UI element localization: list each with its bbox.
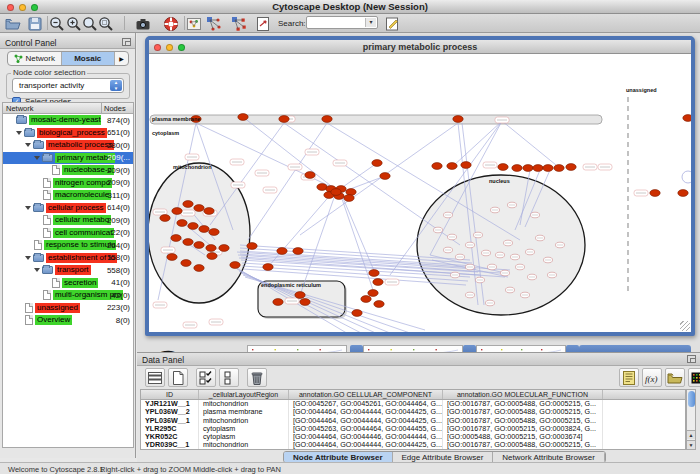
network-node[interactable] <box>181 260 191 267</box>
save-icon[interactable] <box>26 15 44 32</box>
tree-row-metabolic-process[interactable]: metabolic process280(0) <box>3 139 133 152</box>
table-cell[interactable] <box>603 425 686 433</box>
tree-row-nucleobase-c[interactable]: nucleobase-c209(0) <box>3 164 133 177</box>
scroll-up-icon[interactable]: ▲ <box>687 430 695 439</box>
network-node[interactable] <box>293 248 303 255</box>
network-graph[interactable]: plasma membranecytoplasmmitochondrionnuc… <box>149 55 691 332</box>
attribute-list-icon[interactable] <box>619 368 639 387</box>
table-cell[interactable] <box>603 433 686 441</box>
vizmapper-icon[interactable] <box>254 15 272 32</box>
tree-row-response-to-stimulu[interactable]: response to stimulu264(0) <box>3 239 133 252</box>
tree-row-transport[interactable]: transport558(0) <box>3 264 133 277</box>
table-cell[interactable]: mitochondrion <box>199 441 289 449</box>
network-node[interactable] <box>361 296 371 303</box>
new-document-icon[interactable] <box>168 368 188 387</box>
network-node[interactable] <box>305 172 315 179</box>
network-node[interactable] <box>207 253 217 260</box>
help-ring-icon[interactable] <box>162 15 180 32</box>
table-cell[interactable]: mitochondrion <box>199 400 289 408</box>
tree-row-macromolecule[interactable]: macromolecule311(0) <box>3 189 133 202</box>
network-node[interactable] <box>683 115 691 122</box>
network-node[interactable] <box>247 243 257 250</box>
network-node[interactable] <box>447 163 457 170</box>
background-window-fragment[interactable] <box>247 345 347 352</box>
network-node[interactable] <box>368 290 378 297</box>
resize-grip[interactable] <box>680 321 690 331</box>
table-cell[interactable]: YJR121W__1 <box>141 400 199 408</box>
chevron-down-icon[interactable]: ▾ <box>365 18 376 27</box>
snapshot-icon[interactable] <box>134 15 152 32</box>
table-cell[interactable] <box>603 417 686 425</box>
network-node[interactable] <box>199 226 209 233</box>
table-row[interactable]: YDR039C__1mitochondrion[GO:0044464, GO:0… <box>141 441 685 449</box>
column-header-ID[interactable]: ID <box>141 390 199 399</box>
network-node[interactable] <box>160 215 170 222</box>
table-cell[interactable]: plasma membrane <box>199 408 289 416</box>
network-node[interactable] <box>188 223 198 230</box>
table-row[interactable]: YKR052Ccytoplasm[GO:0044464, GO:0044446,… <box>141 433 685 441</box>
network-node[interactable] <box>194 265 204 272</box>
network-node[interactable] <box>238 114 248 121</box>
table-cell[interactable]: YKR052C <box>141 433 199 441</box>
expand-arrow-icon[interactable] <box>25 143 31 147</box>
network-node[interactable] <box>498 164 508 171</box>
background-window-titlebar[interactable] <box>463 345 476 352</box>
network-node[interactable] <box>380 173 390 180</box>
expand-arrow-icon[interactable] <box>34 156 40 160</box>
column-header-annotation.GO MOLECULAR_FUNCTION[interactable]: annotation.GO MOLECULAR_FUNCTION <box>443 390 603 399</box>
attribute-table[interactable]: ID_cellularLayoutRegionannotation.GO CEL… <box>140 389 686 450</box>
float-panel-icon[interactable] <box>122 38 131 46</box>
tab-network[interactable]: Network <box>8 52 62 65</box>
network-canvas[interactable]: plasma membranecytoplasmmitochondrionnuc… <box>149 55 691 332</box>
tab-mosaic[interactable]: Mosaic <box>62 52 116 65</box>
tree-row-biological-process[interactable]: biological_process651(0) <box>3 127 133 140</box>
network-node[interactable] <box>512 165 522 172</box>
network-node[interactable] <box>432 163 442 170</box>
network-window-titlebar[interactable]: primary metabolic process <box>149 40 691 54</box>
network-node[interactable] <box>523 165 533 172</box>
more-tabs-button[interactable]: ▶ <box>115 52 128 65</box>
table-cell[interactable]: cytoplasm <box>199 433 289 441</box>
table-row[interactable]: YJR121W__1mitochondrion[GO:0045267, GO:0… <box>141 400 685 408</box>
network-node[interactable] <box>194 205 204 212</box>
table-cell[interactable]: [GO:0045263, GO:0044464, GO:0044455, G..… <box>289 425 443 433</box>
table-cell[interactable]: [GO:0005488, GO:0005215, GO:0003674] <box>443 433 603 441</box>
network-node[interactable] <box>678 190 688 197</box>
table-cell[interactable]: [GO:0044464, GO:0044444, GO:0044425, G..… <box>289 408 443 416</box>
tab-node-attribute-browser[interactable]: Node Attribute Browser <box>284 452 393 462</box>
tree-header[interactable]: Network Nodes <box>3 103 133 114</box>
tree-row-unassigned[interactable]: unassigned223(0) <box>3 302 133 315</box>
import-attributes-icon[interactable] <box>665 368 685 387</box>
network-node[interactable] <box>373 279 383 286</box>
network-node[interactable] <box>650 190 660 197</box>
network-node[interactable] <box>273 299 283 306</box>
network-node[interactable] <box>352 310 362 317</box>
delete-attribute-icon[interactable] <box>247 368 267 387</box>
scroll-down-icon[interactable]: ▼ <box>687 440 695 449</box>
table-cell[interactable] <box>603 400 686 408</box>
tree-row-cell-communicat[interactable]: cell communicat22(0) <box>3 227 133 240</box>
tab-edge-attribute-browser[interactable]: Edge Attribute Browser <box>393 452 494 462</box>
tree-row-cellular-metabo[interactable]: cellular metabo209(0) <box>3 214 133 227</box>
tree-row-cellular-process[interactable]: cellular process614(0) <box>3 202 133 215</box>
attribute-table-header[interactable]: ID_cellularLayoutRegionannotation.GO CEL… <box>141 390 685 400</box>
network-node[interactable] <box>171 235 181 242</box>
table-row[interactable]: YPL036W__1mitochondrion[GO:0044464, GO:0… <box>141 417 685 425</box>
function-builder-icon[interactable]: f(x) <box>642 368 662 387</box>
network-node[interactable] <box>219 245 229 252</box>
network-node[interactable] <box>277 248 287 255</box>
network-node[interactable] <box>533 165 543 172</box>
table-cell[interactable]: YPL036W__1 <box>141 417 199 425</box>
table-cell[interactable]: [GO:0016787, GO:0005488, GO:0005215, G..… <box>443 400 603 408</box>
tree-row-primary-metabo[interactable]: primary metabo209(... <box>3 152 133 165</box>
annotation-tool-icon[interactable] <box>383 15 401 32</box>
select-all-table-icon[interactable] <box>145 368 165 387</box>
table-row[interactable]: YLR295Ccytoplasm[GO:0045263, GO:0044464,… <box>141 425 685 433</box>
background-window-titlebar[interactable] <box>350 345 363 352</box>
network-node[interactable] <box>230 262 240 269</box>
table-cell[interactable]: [GO:0016787, GO:0005215, GO:0003824, G..… <box>443 425 603 433</box>
table-cell[interactable]: YLR295C <box>141 425 199 433</box>
expand-arrow-icon[interactable] <box>25 256 31 260</box>
network-node[interactable] <box>566 164 576 171</box>
layout-red-icon[interactable] <box>230 15 248 32</box>
